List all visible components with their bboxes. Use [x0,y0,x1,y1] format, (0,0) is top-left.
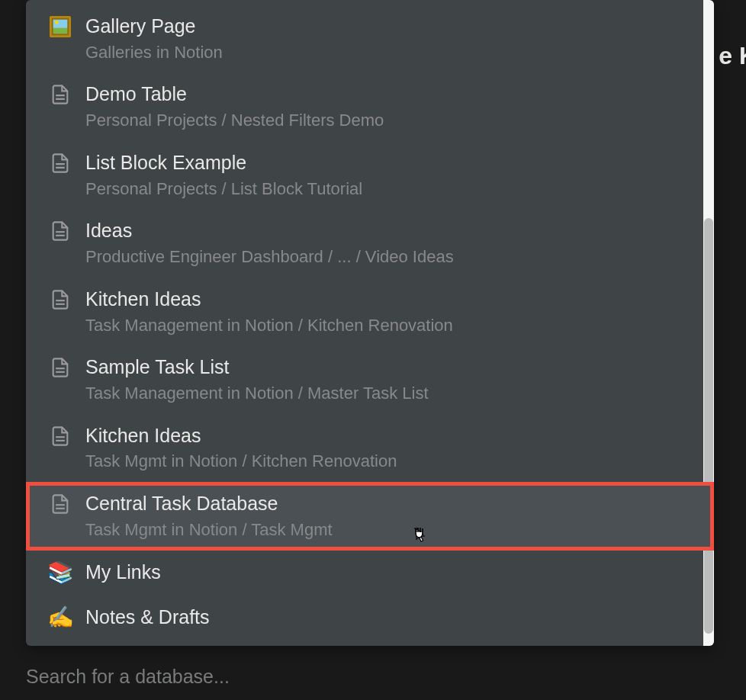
writing-hand-icon: ✍️ [49,606,72,629]
svg-rect-3 [53,28,68,34]
dropdown-item-notes-drafts[interactable]: ✍️ Notes & Drafts [26,596,714,641]
page-icon [49,425,72,448]
item-title: Central Task Database [85,491,691,517]
dropdown-item-kitchen-ideas-1[interactable]: Kitchen Ideas Task Management in Notion … [26,278,714,345]
item-title: Demo Table [85,82,691,108]
dropdown-item-sample-task-list[interactable]: Sample Task List Task Management in Noti… [26,345,714,413]
dropdown-item-my-links[interactable]: 📚 My Links [26,551,714,596]
item-content: My Links [85,560,691,587]
page-icon [49,83,72,106]
page-icon [49,152,72,175]
item-subtitle: Productive Engineer Dashboard / ... / Vi… [85,246,691,268]
search-container [26,653,714,700]
dropdown-item-ideas[interactable]: Ideas Productive Engineer Dashboard / ..… [26,209,714,277]
item-content: Demo Table Personal Projects / Nested Fi… [85,82,691,131]
item-subtitle: Task Management in Notion / Master Task … [85,382,691,405]
dropdown-item-kitchen-ideas-2[interactable]: Kitchen Ideas Task Mgmt in Notion / Kitc… [26,414,714,482]
item-subtitle: Personal Projects / Nested Filters Demo [85,109,691,132]
item-subtitle: Galleries in Notion [85,41,691,64]
item-title: Gallery Page [85,14,691,40]
item-content: Notes & Drafts [85,605,691,632]
database-picker-dropdown: Gallery Page Galleries in Notion Demo Ta… [26,0,714,646]
overflow-background-text: e K [719,42,746,70]
dropdown-item-demo-table[interactable]: Demo Table Personal Projects / Nested Fi… [26,72,714,140]
item-title: List Block Example [85,150,691,176]
item-content: Kitchen Ideas Task Management in Notion … [85,287,691,336]
item-title: Notes & Drafts [85,605,691,631]
item-content: Sample Task List Task Management in Noti… [85,355,691,404]
picture-frame-icon [49,15,72,38]
item-title: Ideas [85,218,691,244]
page-icon [49,220,72,242]
item-content: List Block Example Personal Projects / L… [85,150,691,200]
svg-point-4 [55,21,59,24]
item-content: Gallery Page Galleries in Notion [85,14,691,63]
scrollbar-thumb[interactable] [704,218,713,634]
item-subtitle: Task Mgmt in Notion / Task Mgmt [85,519,691,541]
dropdown-item-list-block-example[interactable]: List Block Example Personal Projects / L… [26,141,714,209]
item-content: Central Task Database Task Mgmt in Notio… [85,491,691,541]
page-icon [49,493,72,515]
item-title: Sample Task List [85,355,691,381]
page-icon [49,356,72,379]
item-title: Kitchen Ideas [85,287,691,313]
item-subtitle: Personal Projects / List Block Tutorial [85,178,691,201]
dropdown-item-gallery-page[interactable]: Gallery Page Galleries in Notion [26,5,714,72]
search-input[interactable] [26,666,714,688]
svg-rect-2 [53,20,68,28]
dropdown-items-list: Gallery Page Galleries in Notion Demo Ta… [26,0,714,646]
page-icon [49,288,72,311]
item-title: Kitchen Ideas [85,423,691,449]
dropdown-item-central-task-database[interactable]: Central Task Database Task Mgmt in Notio… [26,482,714,550]
item-title: My Links [85,560,691,586]
item-content: Ideas Productive Engineer Dashboard / ..… [85,218,691,268]
item-subtitle: Task Mgmt in Notion / Kitchen Renovation [85,450,691,473]
books-icon: 📚 [49,561,72,584]
item-content: Kitchen Ideas Task Mgmt in Notion / Kitc… [85,423,691,473]
item-subtitle: Task Management in Notion / Kitchen Reno… [85,314,691,337]
